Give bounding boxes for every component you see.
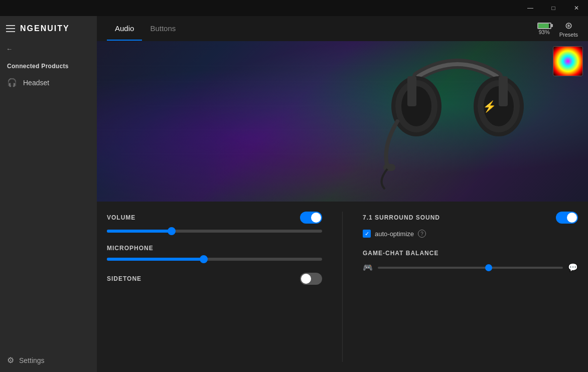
auto-optimize-checkbox[interactable]: ✓ — [363, 230, 371, 238]
sidetone-label: SIDETONE — [107, 275, 141, 282]
rgb-thumbnail[interactable] — [553, 46, 583, 76]
volume-slider[interactable] — [107, 230, 322, 233]
controls-area: VOLUME MICROPHONE — [97, 202, 588, 372]
microphone-header: MICROPHONE — [107, 245, 322, 252]
svg-text:⚡: ⚡ — [483, 100, 497, 113]
battery-icon — [537, 23, 551, 29]
surround-sound-header: 7.1 SURROUND SOUND — [363, 212, 578, 224]
microphone-control: MICROPHONE — [107, 245, 322, 261]
volume-slider-fill — [107, 230, 172, 233]
top-bar-right: 93% ⊛ Presets — [537, 20, 578, 38]
close-button[interactable]: ✕ — [565, 0, 588, 16]
tab-audio[interactable]: Audio — [107, 17, 142, 41]
volume-toggle[interactable] — [300, 212, 322, 224]
microphone-slider-fill — [107, 258, 204, 261]
top-bar: Audio Buttons 93% ⊛ Presets — [97, 16, 588, 41]
surround-sound-control: 7.1 SURROUND SOUND ✓ auto-optimize ? — [363, 212, 578, 238]
battery-percent: 93% — [539, 29, 550, 35]
chat-icon: 💬 — [568, 263, 578, 272]
maximize-button[interactable]: □ — [542, 0, 565, 16]
connected-products-title: Connected Products — [0, 57, 97, 73]
game-chat-control: GAME-CHAT BALANCE 🎮 💬 — [363, 250, 578, 272]
controls-right: 7.1 SURROUND SOUND ✓ auto-optimize ? — [343, 212, 578, 362]
volume-label: VOLUME — [107, 214, 135, 221]
tab-buttons[interactable]: Buttons — [142, 17, 184, 41]
game-chat-track[interactable] — [378, 267, 563, 269]
sidebar: NGENUITY ← Connected Products 🎧 Headset … — [0, 16, 97, 372]
game-chat-slider: 🎮 💬 — [363, 263, 578, 272]
back-button[interactable]: ← — [0, 41, 97, 57]
surround-sound-label: 7.1 SURROUND SOUND — [363, 214, 440, 221]
svg-rect-7 — [499, 76, 508, 106]
sidebar-item-headset[interactable]: 🎧 Headset — [0, 73, 97, 92]
svg-rect-9 — [383, 164, 395, 171]
app-name-label: NGENUITY — [20, 24, 70, 33]
headset-label: Headset — [23, 79, 49, 87]
sidetone-toggle[interactable] — [300, 273, 322, 285]
hero-section: ⚡ — [97, 41, 588, 202]
controls-left: VOLUME MICROPHONE — [107, 212, 343, 362]
auto-optimize-label: auto-optimize — [375, 230, 414, 238]
settings-icon: ⚙ — [7, 355, 14, 365]
battery-section: 93% — [537, 23, 551, 35]
microphone-label: MICROPHONE — [107, 245, 154, 252]
surround-sound-toggle[interactable] — [556, 212, 578, 224]
settings-label: Settings — [19, 356, 45, 364]
main-content: Audio Buttons 93% ⊛ Presets — [97, 16, 588, 372]
help-icon[interactable]: ? — [418, 230, 426, 238]
microphone-slider[interactable] — [107, 258, 322, 261]
title-bar: — □ ✕ — [0, 0, 588, 16]
sidetone-header: SIDETONE — [107, 273, 322, 285]
minimize-button[interactable]: — — [519, 0, 542, 16]
headset-image: ⚡ — [357, 46, 558, 197]
back-icon: ← — [6, 45, 13, 53]
title-bar-controls: — □ ✕ — [519, 0, 588, 16]
presets-label: Presets — [559, 32, 578, 38]
game-chat-thumb[interactable] — [485, 264, 492, 271]
presets-icon: ⊛ — [565, 20, 572, 31]
microphone-slider-thumb[interactable] — [200, 255, 208, 263]
checkmark-icon: ✓ — [365, 231, 369, 237]
game-chat-label: GAME-CHAT BALANCE — [363, 250, 438, 257]
volume-slider-thumb[interactable] — [168, 227, 176, 235]
app-layout: NGENUITY ← Connected Products 🎧 Headset … — [0, 16, 588, 372]
svg-rect-6 — [407, 76, 416, 106]
sidetone-control: SIDETONE — [107, 273, 322, 285]
settings-button[interactable]: ⚙ Settings — [0, 348, 97, 372]
game-icon: 🎮 — [363, 263, 373, 272]
headset-icon: 🎧 — [7, 78, 17, 87]
presets-button[interactable]: ⊛ Presets — [559, 20, 578, 38]
auto-optimize-row: ✓ auto-optimize ? — [363, 230, 578, 238]
hamburger-icon[interactable] — [6, 25, 15, 32]
volume-header: VOLUME — [107, 212, 322, 224]
game-chat-header: GAME-CHAT BALANCE — [363, 250, 578, 257]
tabs: Audio Buttons — [107, 17, 184, 41]
sidebar-header: NGENUITY — [0, 16, 97, 41]
volume-control: VOLUME — [107, 212, 322, 233]
